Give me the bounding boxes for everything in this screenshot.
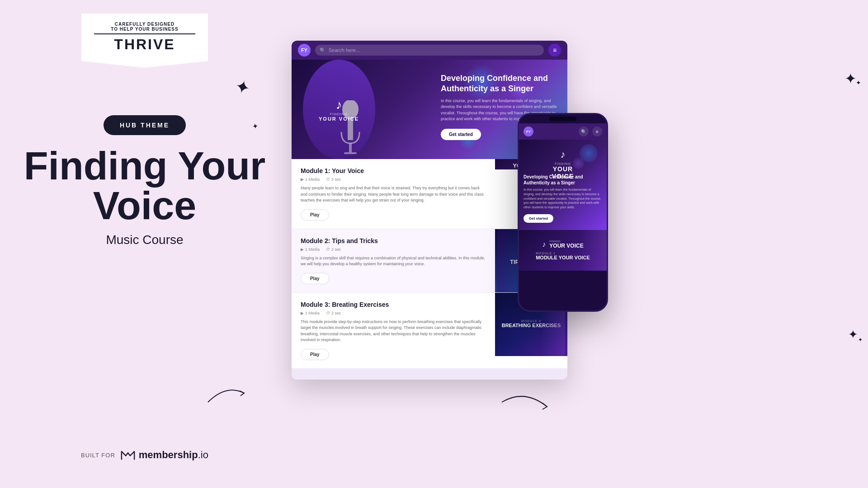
module-3-title: Module 3: Breating Exercises: [301, 301, 486, 308]
phone-hero-title: Developing Confidence and Authenticity a…: [524, 174, 602, 186]
phone-get-started-button[interactable]: Get started: [524, 214, 553, 223]
left-panel: CAREFULLY DESIGNED TO HELP YOUR BUSINESS…: [0, 0, 289, 488]
to-help-text: TO HELP YOUR BUSINESS: [94, 27, 195, 32]
media-icon-3: ▶: [301, 311, 304, 315]
phone-hero-desc: In this course, you will learn the funda…: [524, 188, 602, 210]
main-title: Finding YourVoice: [24, 146, 265, 225]
hub-theme-badge: HUB THEME: [104, 115, 186, 135]
module-1-play-button[interactable]: Play: [301, 209, 329, 221]
phone-menu-button[interactable]: ≡: [592, 127, 602, 136]
subtitle: Music Course: [106, 233, 183, 247]
phone-voice-big: YOUR VOICE: [549, 243, 583, 249]
media-icon-1: ▶: [301, 177, 304, 182]
module-3-play-button[interactable]: Play: [301, 349, 329, 360]
hero-your-voice-text: YOUR VOICE: [319, 116, 359, 122]
module-3-info: Module 3: Breating Exercises ▶ 1 Media ⏱…: [292, 293, 495, 368]
membership-io: .io: [198, 449, 208, 460]
phone-module-1-singer: [580, 230, 607, 271]
phone-mod-icon: ♪: [542, 240, 546, 249]
module-2-play-button[interactable]: Play: [301, 273, 329, 284]
phone-search-button[interactable]: 🔍: [579, 127, 589, 136]
phone-module-1-logo: ♪ FINDING YOUR VOICE: [542, 240, 583, 249]
phone-header: FY 🔍 ≡: [519, 123, 607, 140]
connecting-arrow: [497, 384, 552, 420]
module-3-desc: This module provide step-by-step instruc…: [301, 319, 486, 343]
module-1-media: ▶ 1 Media: [301, 177, 320, 182]
module-2-media: ▶ 1 Media: [301, 247, 320, 252]
membership-text: membership.io: [139, 449, 208, 461]
module-3-media: ▶ 1 Media: [301, 311, 320, 315]
module-3-meta: ▶ 1 Media ⏱ 2 sec: [301, 311, 486, 315]
module-3-duration: ⏱ 2 sec: [326, 311, 341, 315]
clock-icon-1: ⏱: [326, 177, 330, 182]
module-1-duration: ⏱ 2 sec: [326, 177, 341, 182]
module-1-desc: Many people learn to sing and find that …: [301, 185, 486, 204]
arrow-curve-left: [203, 380, 249, 407]
phone-logo-icon: ♪: [541, 149, 585, 160]
hero-logo: ♪ FINDING YOUR VOICE: [319, 98, 359, 122]
phone-hero: ♪ FINDING YOUR VOICE Developing Confiden…: [519, 140, 607, 230]
built-for: BUILT FOR membership.io: [81, 449, 208, 461]
sparkle-bottom-right-2: ✦: [858, 337, 863, 343]
built-for-label: BUILT FOR: [81, 452, 115, 459]
membership-icon: [121, 450, 135, 460]
module-2-title: Module 2: Tips and Tricks: [301, 237, 486, 244]
thrive-text: THRIVE: [94, 33, 195, 53]
sparkle-right-1: ✦: [844, 70, 857, 87]
svg-rect-2: [349, 143, 352, 152]
phone-menu-icon: ≡: [596, 129, 599, 134]
hero-finding-text: FINDING: [319, 112, 359, 116]
sparkle-bottom-right: ✦: [848, 328, 858, 342]
module-1-title: Module 1: Your Voice: [301, 167, 486, 174]
phone-notch: [519, 114, 607, 123]
module-2-desc: Singing is a complex skill that requires…: [301, 255, 486, 267]
svg-rect-3: [344, 152, 357, 154]
browser-search[interactable]: 🔍 Search here...: [315, 45, 544, 56]
browser-bar: FY 🔍 Search here... ≡: [292, 41, 567, 60]
phone-hero-content: Developing Confidence and Authenticity a…: [524, 174, 602, 223]
module-2-duration: ⏱ 2 sec: [326, 247, 341, 252]
thrive-badge: CAREFULLY DESIGNED TO HELP YOUR BUSINESS…: [81, 14, 208, 61]
thumb-3-num: MODULE 3: [521, 319, 541, 323]
phone-avatar: FY: [524, 127, 533, 136]
module-1-info: Module 1: Your Voice ▶ 1 Media ⏱ 2 sec M…: [292, 159, 495, 229]
module-1-meta: ▶ 1 Media ⏱ 2 sec: [301, 177, 486, 182]
browser-menu-button[interactable]: ≡: [548, 44, 561, 56]
phone-header-icons: 🔍 ≡: [579, 127, 602, 136]
menu-icon: ≡: [553, 47, 557, 54]
clock-icon-3: ⏱: [326, 311, 330, 315]
search-icon: 🔍: [320, 47, 326, 53]
hero-logo-icon: ♪: [319, 98, 359, 112]
media-icon-2: ▶: [301, 247, 304, 252]
hero-title: Developing Confidence and Authenticity a…: [441, 73, 558, 94]
module-2-meta: ▶ 1 Media ⏱ 2 sec: [301, 247, 486, 252]
membership-logo: membership.io: [121, 449, 208, 461]
phone-search-icon: 🔍: [581, 129, 586, 134]
carefully-text: CAREFULLY DESIGNED: [94, 22, 195, 27]
get-started-button[interactable]: Get started: [441, 129, 481, 140]
phone-mod-text: FINDING YOUR VOICE: [549, 240, 583, 249]
search-placeholder: Search here...: [329, 47, 360, 53]
phone-mockup: FY 🔍 ≡ ♪ FINDING YOUR VOICE Developing C…: [518, 113, 608, 312]
clock-icon-2: ⏱: [326, 247, 330, 252]
phone-module-1: ♪ FINDING YOUR VOICE MODULE 1 MODULE YOU…: [519, 230, 607, 271]
phone-notch-inner: [549, 117, 576, 121]
phone-finding-text: FINDING: [541, 162, 585, 165]
browser-avatar: FY: [298, 44, 311, 56]
sparkle-right-2: ✦: [856, 79, 861, 86]
module-2-info: Module 2: Tips and Tricks ▶ 1 Media ⏱ 2 …: [292, 229, 495, 292]
